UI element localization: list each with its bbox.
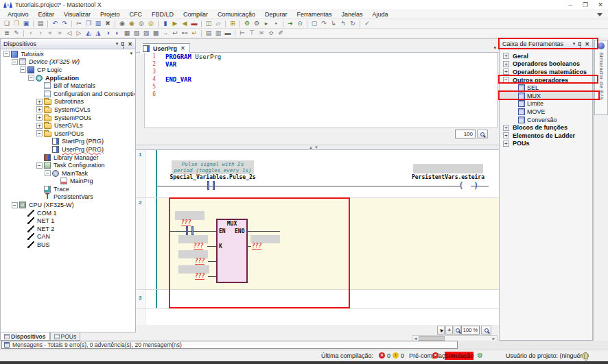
toolbar-save-project-icon[interactable]: ▣	[21, 19, 31, 28]
tree-item-systemgvls[interactable]: +SystemGVLs	[1, 106, 135, 114]
toolbar-insert-contact-right-icon[interactable]: ›	[36, 29, 45, 38]
group-expander-icon[interactable]: −	[503, 77, 509, 83]
tab-overflow-chevron-icon[interactable]: ▾	[493, 45, 496, 51]
toolbar-insert-input-icon[interactable]: ⊷	[180, 29, 189, 38]
contact-operand-placeholder[interactable]: ???	[181, 220, 191, 226]
tab-close-icon[interactable]: ✕	[180, 45, 185, 51]
toolbox-group-outros-operadores[interactable]: −Outros operadores	[500, 76, 592, 84]
menu-item-visualizar[interactable]: Visualizar	[59, 10, 95, 19]
filter-icon[interactable]	[597, 13, 603, 16]
minimize-button[interactable]: –	[563, 0, 578, 10]
contact-symbol[interactable]	[213, 181, 215, 190]
toolbar-insert-labeled-box-icon[interactable]: ▩	[151, 29, 161, 38]
toolbar-find-icon[interactable]: ◉	[117, 19, 127, 28]
toolbar-insert-coil-icon[interactable]: ◐	[113, 29, 122, 38]
group-expander-icon[interactable]: +	[503, 132, 509, 138]
tree-expander-icon[interactable]: +	[36, 123, 43, 129]
pin-icon[interactable]	[121, 42, 124, 46]
toolbox-item-limite[interactable]: Limite	[500, 100, 592, 108]
toolbox-group-geral[interactable]: +Geral	[500, 52, 592, 60]
toolbar-copy-icon[interactable]: ❒	[84, 19, 93, 28]
coil-operand-label[interactable]: PersistentVars.esteira	[408, 174, 489, 180]
toolbar-project-information-icon[interactable]: ▱	[213, 19, 223, 28]
toolbar-step-out-icon[interactable]: ↰	[338, 19, 348, 28]
menu-item-compilar[interactable]: Compilar	[178, 10, 213, 19]
toolbar-refactoring-icon[interactable]: ✐	[276, 29, 285, 38]
tree-item-persistentvars[interactable]: PersistentVars	[1, 193, 135, 202]
tree-item-task-configuration[interactable]: −Task Configuration	[1, 161, 135, 169]
tree-expander-icon[interactable]: −	[36, 162, 43, 169]
tree-item-net-1[interactable]: NET 1	[1, 217, 135, 225]
tree-expander-icon[interactable]: −	[36, 130, 43, 136]
contact-symbol[interactable]	[186, 226, 188, 235]
toolbar-generate-all-icon[interactable]: ⚙	[252, 19, 261, 28]
declaration-editor[interactable]: 1PROGRAM UserPrg2VAR34END_VAR56	[144, 53, 498, 128]
coil-symbol[interactable]: ( )	[458, 180, 480, 191]
toolbar-insert-falling-edge-contact-icon[interactable]: ◮	[93, 29, 103, 38]
toolbar-edit-declaration-icon[interactable]: ⊢	[237, 29, 247, 38]
close-button[interactable]: ✕	[593, 0, 608, 10]
ladder-editor[interactable]: 1 2 3 Pulse signal with 2s period (toggl…	[136, 150, 499, 325]
menu-item-depurar[interactable]: Depurar	[260, 10, 292, 19]
panel-menu-chevron-icon[interactable]: ▾	[573, 41, 576, 47]
group-expander-icon[interactable]: +	[503, 61, 509, 67]
toolbar-view-gvl-icon[interactable]: ▥	[213, 29, 223, 38]
toolbar-next-bookmark-icon[interactable]: ▶	[170, 19, 180, 28]
tree-expander-icon[interactable]: +	[36, 106, 43, 112]
toolbar-insert-jump-icon[interactable]: →	[161, 29, 170, 38]
tree-item-configuration-and-consumption[interactable]: Configuration and Consumption	[1, 90, 135, 98]
contact-symbol[interactable]	[207, 181, 209, 190]
toolbar-new-project-icon[interactable]: ❏	[2, 19, 12, 28]
toolbar-toggle-bookmark-icon[interactable]: ▮	[161, 19, 170, 28]
tree-item-com-1[interactable]: COM 1	[1, 209, 135, 217]
toolbar-remove-unused-variables-icon[interactable]: ▬	[223, 29, 233, 38]
k-operand-placeholder[interactable]: ???	[194, 243, 203, 250]
toolbar-insert-negated-contact-icon[interactable]: ◁	[65, 29, 74, 38]
toolbar-insert-assignment-icon[interactable]: ↵	[189, 29, 199, 38]
toolbar-run-icon[interactable]: ▸	[261, 19, 271, 28]
toolbar-search-project-next-icon[interactable]: ◎	[146, 19, 156, 28]
toolbar-insert-box-icon[interactable]: ▧	[132, 29, 141, 38]
group-expander-icon[interactable]: +	[503, 69, 509, 75]
menu-item-arquivo[interactable]: Arquivo	[3, 10, 34, 19]
menu-item-editar[interactable]: Editar	[34, 10, 60, 19]
toolbar-runtime-clock-icon[interactable]: ⊙	[295, 19, 305, 28]
tree-item-subrotinas[interactable]: +Subrotinas	[1, 98, 135, 106]
menu-item-janelas[interactable]: Janelas	[337, 10, 368, 19]
toolbar-view-pou-icon[interactable]: ▤	[204, 29, 213, 38]
contact-symbol[interactable]	[191, 226, 194, 235]
tree-item-library-manager[interactable]: Library Manager	[1, 154, 135, 162]
toolbar-edit-header-icon[interactable]: ⊤	[247, 29, 257, 38]
zoom-tool-button[interactable]	[454, 326, 461, 335]
splitter-grip-icon[interactable]: ▲▼	[309, 145, 320, 149]
operand-comment-placeholder[interactable]	[178, 265, 209, 274]
editor-zoom-value[interactable]: 100	[455, 130, 476, 138]
tree-item-mainprg[interactable]: MainPrg	[1, 178, 135, 186]
tree-item-userpous[interactable]: −UserPOUs	[1, 130, 135, 138]
tree-item-maintask[interactable]: −MainTask	[1, 169, 135, 178]
tree-expander-icon[interactable]: −	[3, 51, 10, 57]
ladder-zoom-button[interactable]	[481, 326, 491, 335]
toolbar-generate-code-icon[interactable]: ⚙	[242, 19, 252, 28]
menu-item-fbd-ld[interactable]: FBD/LD	[147, 10, 178, 19]
toolbar-step-into-icon[interactable]: ↳	[329, 19, 338, 28]
tree-item-trace[interactable]: Trace	[1, 185, 135, 193]
menu-item-ferramentas[interactable]: Ferramentas	[292, 10, 337, 19]
tree-item-startprg-prg[interactable]: StartPrg (PRG)	[1, 138, 135, 146]
tree-item-tutoriais[interactable]: −Tutoriais▾	[1, 50, 135, 58]
tab-userprg[interactable]: UserPrg ✕	[139, 43, 190, 53]
toolbox-group-operadores-booleanos[interactable]: +Operadores booleanos	[500, 60, 592, 69]
toolbar-undo-icon[interactable]: ↶	[50, 19, 60, 28]
pin-icon[interactable]	[578, 42, 581, 46]
toolbar-insert-set-coil-icon[interactable]: ◑	[103, 29, 113, 38]
tree-expander-icon[interactable]: +	[36, 114, 43, 121]
scrollbar-thumb[interactable]	[419, 336, 445, 341]
toolbox-item-convers-o[interactable]: Conversão	[500, 116, 592, 124]
tree-item-device-xf325-w[interactable]: −Device (XF325-W)	[1, 58, 135, 66]
menu-item-comunica-o[interactable]: Comunicação	[213, 10, 260, 19]
toolbar-open-project-icon[interactable]: ❐	[12, 19, 21, 28]
toolbar-step-over-icon[interactable]: ↷	[319, 19, 329, 28]
tree-item-cp-logic[interactable]: −CP Logic	[1, 66, 135, 74]
toolbar-editor-options-icon[interactable]: ≎	[266, 29, 276, 38]
messages-bar[interactable]: Mensagens - Totais 9 erro(s), 0 advertên…	[1, 341, 458, 349]
